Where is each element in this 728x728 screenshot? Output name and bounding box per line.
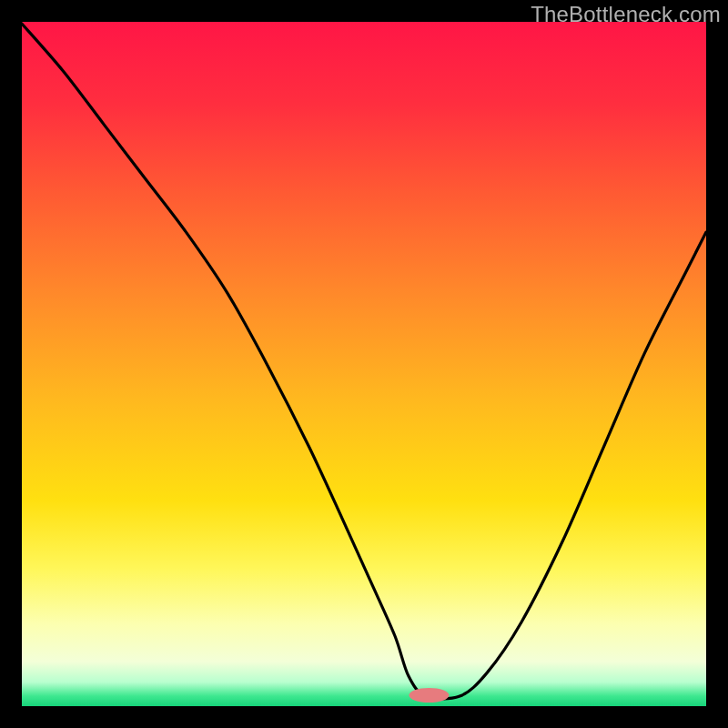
chart-svg [22,22,706,706]
watermark-text: TheBottleneck.com [531,2,721,27]
chart-stage: TheBottleneck.com [0,0,728,728]
optimal-marker [409,688,449,703]
plot-area [22,22,706,706]
gradient-background [22,22,706,706]
